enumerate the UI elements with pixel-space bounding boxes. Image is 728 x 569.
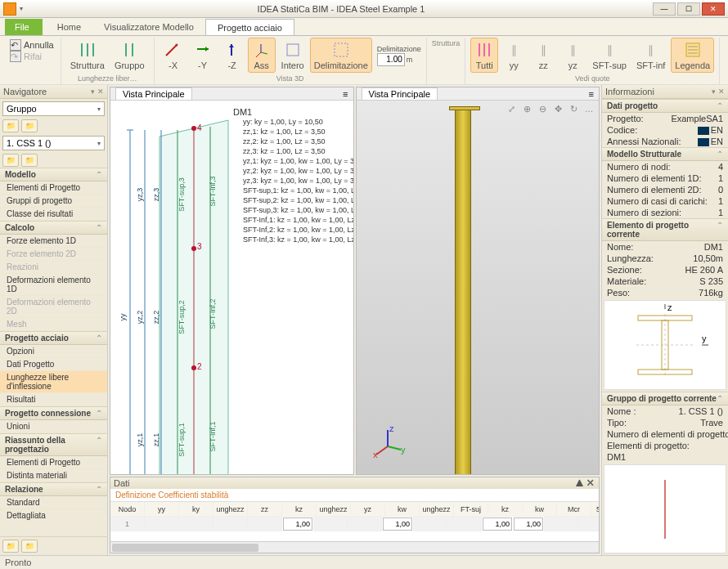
nav-combo-gruppo[interactable]: Gruppo	[2, 101, 105, 116]
nav-item[interactable]: Dettagliata	[0, 509, 107, 522]
nav-item[interactable]: Unioni	[0, 420, 107, 433]
nav-item[interactable]: Lunghezze libere d'inflessione	[0, 371, 107, 393]
nav-sec-connessione[interactable]: Progetto connessione	[0, 406, 107, 420]
nav-sec-riassunto[interactable]: Riassunto della progettazio	[0, 433, 107, 456]
btn-tutti[interactable]: Tutti	[470, 38, 498, 73]
bottom-folder-btn-2[interactable]: 📁	[21, 540, 38, 553]
view-2d-tab[interactable]: Vista Principale	[115, 87, 192, 100]
btn-struttura[interactable]: Struttura	[66, 38, 109, 73]
qat-dropdown[interactable]: ▾	[20, 5, 23, 12]
btn-yy[interactable]: ∥yy	[500, 38, 528, 73]
tab-progetto-acciaio[interactable]: Progetto acciaio	[205, 19, 294, 35]
close-button[interactable]: ✕	[702, 2, 725, 16]
nav-item[interactable]: Risultati	[0, 393, 107, 406]
ribbon-group-2-label: Vista 3D	[276, 74, 304, 83]
undo-button[interactable]: ↶Annulla	[10, 39, 54, 51]
svg-text:z: z	[667, 302, 672, 312]
grid-cell[interactable]	[283, 517, 312, 531]
view-2d-canvas[interactable]: DM1 yy: ky = 1,00, Ly = 10,50 zz,1: kz =…	[110, 101, 353, 474]
nav-item[interactable]: Opzioni	[0, 345, 107, 358]
nav-sec-calcolo[interactable]: Calcolo	[0, 221, 107, 235]
nav-sec-acciaio[interactable]: Progetto acciaio	[0, 331, 107, 345]
grid-cell	[248, 517, 282, 531]
tab-file[interactable]: File	[5, 19, 43, 35]
btn-view-y[interactable]: -Y	[189, 38, 217, 73]
svg-line-45	[376, 446, 388, 455]
btn-gruppo[interactable]: Gruppo	[110, 38, 149, 73]
btn-yz[interactable]: ∥yz	[559, 38, 586, 73]
nav-item[interactable]: Classe dei risultati	[0, 208, 107, 221]
ribbon-group-1-label: Lunghezze liber…	[78, 74, 137, 83]
zoom-in-icon[interactable]: ⊕	[520, 102, 533, 115]
grid-cell[interactable]	[514, 517, 543, 531]
maximize-button[interactable]: ☐	[677, 2, 700, 16]
btn-zz[interactable]: ∥zz	[529, 38, 557, 73]
delim-input[interactable]	[377, 53, 405, 66]
ribbon: ↶Annulla ↷Rifai Struttura Gruppo Lunghez…	[0, 36, 728, 85]
beam-3d	[455, 107, 471, 474]
group-preview	[604, 464, 726, 553]
nav-item: Forze elemento 2D	[0, 248, 107, 261]
data-grid-hscroll[interactable]	[110, 541, 599, 553]
folder-btn-2[interactable]: 📁	[21, 119, 38, 132]
svg-line-47	[388, 446, 401, 450]
data-grid[interactable]: NodoyykyunghezzzzkzunghezzyzkwunghezzFT-…	[110, 502, 599, 541]
tab-home[interactable]: Home	[46, 19, 92, 35]
info-sec-modello[interactable]: Modello Strutturale	[602, 147, 728, 161]
nav-item[interactable]: Standard	[0, 496, 107, 509]
grid-cell	[578, 517, 599, 531]
data-pane-subtitle: Definizione Coefficienti stabilità	[110, 489, 599, 502]
view-2d-menu[interactable]: ≡	[343, 89, 348, 99]
zoom-out-icon[interactable]: ⊖	[536, 102, 549, 115]
view-3d-canvas[interactable]: ⤢ ⊕ ⊖ ✥ ↻ … x y z	[357, 101, 600, 474]
grid-cell[interactable]	[383, 517, 412, 531]
nav-item[interactable]: Deformazioni elemento 1D	[0, 274, 107, 296]
grid-cell	[413, 517, 447, 531]
nav-combo-css[interactable]: 1. CSS 1 ()	[2, 136, 105, 150]
btn-sft-inf[interactable]: ∥SFT-inf	[632, 38, 669, 73]
svg-text:z: z	[389, 423, 394, 433]
data-pane-header: Dati⯅ ✕	[110, 477, 599, 489]
nav-item[interactable]: Elementi di Progetto	[0, 181, 107, 195]
btn-intero[interactable]: Intero	[277, 38, 308, 73]
folder-btn-4[interactable]: 📁	[21, 154, 38, 167]
nav-item[interactable]: Gruppi di progetto	[0, 195, 107, 208]
grid-cell	[348, 517, 382, 531]
info-sec-elemento[interactable]: Elemento di progetto corrente	[602, 218, 728, 241]
view-3d-tab[interactable]: Vista Principale	[362, 87, 438, 100]
btn-delimitazione[interactable]: Delimitazione	[310, 38, 372, 73]
svg-marker-8	[205, 47, 209, 52]
pan-icon[interactable]: ✥	[551, 102, 564, 115]
grid-cell[interactable]	[483, 517, 512, 531]
nav-item[interactable]: Distinta materiali	[0, 469, 107, 482]
svg-point-28	[191, 246, 196, 251]
redo-button[interactable]: ↷Rifai	[10, 51, 54, 62]
nav-item[interactable]: Dati Progetto	[0, 358, 107, 371]
info-sec-progetto[interactable]: Dati progetto	[602, 99, 728, 113]
minimize-button[interactable]: —	[653, 2, 676, 16]
zoom-fit-icon[interactable]: ⤢	[505, 102, 518, 115]
nav-sec-modello[interactable]: Modello	[0, 168, 107, 181]
svg-line-12	[261, 52, 267, 54]
info-sec-gruppo[interactable]: Gruppo di progetto corrente	[602, 392, 728, 405]
ribbon-group-3-label: Struttura	[432, 39, 461, 47]
nav-item[interactable]: Forze elemento 1D	[0, 235, 107, 248]
nav-item[interactable]: Elementi di Progetto	[0, 456, 107, 469]
rotate-icon[interactable]: ↻	[567, 102, 580, 115]
btn-view-z[interactable]: -Z	[218, 38, 246, 73]
bottom-folder-btn-1[interactable]: 📁	[2, 540, 19, 553]
btn-view-x[interactable]: -X	[160, 38, 187, 73]
btn-sft-sup[interactable]: ∥SFT-sup	[588, 38, 631, 73]
view-3d-menu[interactable]: ≡	[589, 89, 594, 99]
info-header: Informazioni▾ ✕	[602, 85, 728, 99]
svg-text:x: x	[373, 450, 378, 459]
btn-legenda[interactable]: Legenda	[671, 38, 714, 73]
folder-btn-3[interactable]: 📁	[2, 154, 19, 167]
view3d-more-icon[interactable]: …	[582, 102, 595, 115]
folder-btn-1[interactable]: 📁	[2, 119, 19, 132]
view3d-toolbar: ⤢ ⊕ ⊖ ✥ ↻ …	[505, 102, 595, 115]
tab-bar: File Home Visualizzatore Modello Progett…	[0, 18, 728, 36]
tab-visualizzatore[interactable]: Visualizzatore Modello	[92, 19, 205, 35]
nav-sec-relazione[interactable]: Relazione	[0, 482, 107, 496]
btn-view-ass[interactable]: Ass	[248, 38, 276, 73]
